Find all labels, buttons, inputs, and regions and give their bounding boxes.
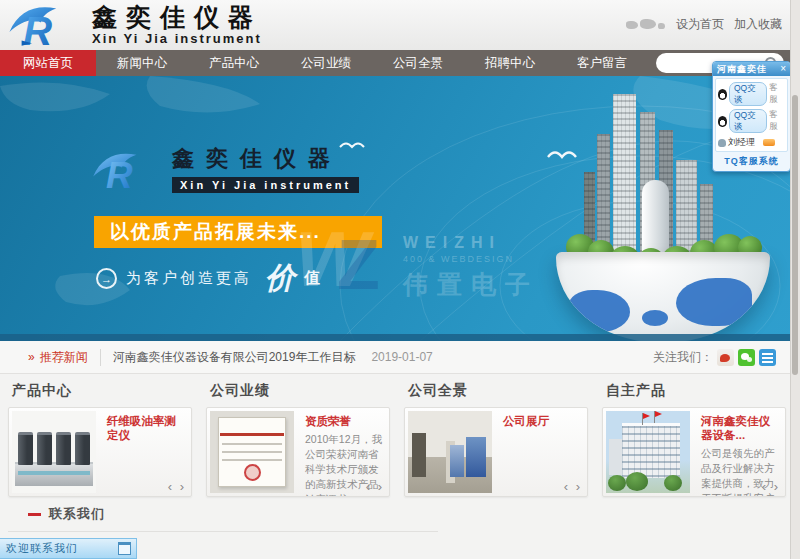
contact-heading: 联系我们 bbox=[28, 505, 438, 523]
weibo-icon[interactable] bbox=[717, 349, 734, 366]
ticker-news-date: 2019-01-07 bbox=[371, 350, 432, 364]
svg-text:R: R bbox=[106, 155, 133, 194]
next-arrow-icon[interactable]: › bbox=[576, 479, 580, 494]
person-icon bbox=[718, 139, 726, 147]
hero-slogan-banner: 以优质产品拓展未来... bbox=[94, 216, 382, 248]
site-logo: R 鑫奕佳仪器 Xin Yi Jia instrument bbox=[6, 2, 262, 48]
qq-panel-title: 河南鑫奕佳 bbox=[717, 63, 780, 76]
company-card[interactable]: 河南鑫奕佳仪器设备... 公司是领先的产品及行业解决方案提供商，致力于不断提升客… bbox=[602, 407, 786, 497]
card-title-link[interactable]: 纤维吸油率测定仪 bbox=[107, 414, 185, 442]
follow-us: 关注我们： bbox=[653, 349, 776, 366]
prev-arrow-icon[interactable]: ‹ bbox=[168, 479, 172, 494]
contact-heading-text: 联系我们 bbox=[49, 505, 105, 523]
building-photo[interactable] bbox=[606, 411, 690, 493]
tower bbox=[613, 94, 636, 262]
column-heading: 公司业绩 bbox=[210, 382, 390, 400]
continent-blob bbox=[642, 310, 668, 326]
next-arrow-icon[interactable]: › bbox=[774, 479, 778, 494]
nav-item-home[interactable]: 网站首页 bbox=[0, 50, 96, 76]
card-pager: ‹ › bbox=[164, 479, 184, 494]
main-content: 产品中心 纤维吸油率测定仪 ‹ › bbox=[0, 374, 800, 559]
card-text: 公司展厅 ‹ › bbox=[495, 408, 587, 496]
nav-item-news[interactable]: 新闻中心 bbox=[96, 50, 188, 76]
hero-subslogan-em2: 值 bbox=[304, 268, 320, 289]
chat-bottom-bar[interactable]: 欢迎联系我们 bbox=[0, 538, 137, 559]
red-dash-icon bbox=[28, 513, 41, 516]
bird-icon bbox=[546, 146, 578, 160]
hero-logo-text: 鑫奕佳仪器 Xin Yi Jia instrument bbox=[172, 147, 359, 193]
double-arrow-icon: » bbox=[28, 350, 35, 364]
wechat-icon[interactable] bbox=[738, 349, 755, 366]
hero-banner: R 鑫奕佳仪器 Xin Yi Jia instrument 以优质产品拓展未来.… bbox=[0, 76, 800, 341]
news-ticker: » 推荐新闻 河南鑫奕佳仪器设备有限公司2019年工作目标 2019-01-07… bbox=[0, 341, 800, 374]
prev-arrow-icon[interactable]: ‹ bbox=[564, 479, 568, 494]
next-arrow-icon[interactable]: › bbox=[180, 479, 184, 494]
column-achievements: 公司业绩 资质荣誉 2010年12月，我公司荣获河南省科学技术厅颁发的高新技术产… bbox=[206, 382, 390, 497]
follow-us-label: 关注我们： bbox=[653, 349, 713, 366]
card-pager: ‹ › bbox=[362, 479, 382, 494]
qq-chat-row: QQ交谈 客服 bbox=[718, 109, 785, 133]
achievement-card[interactable]: 资质荣誉 2010年12月，我公司荣获河南省科学技术厅颁发的高新技术产品认定证书… bbox=[206, 407, 390, 497]
hero-subslogan: → 为客户创造更高 价 值 bbox=[96, 258, 320, 299]
blog-list-icon[interactable] bbox=[759, 349, 776, 366]
column-products: 产品中心 纤维吸油率测定仪 ‹ › bbox=[8, 382, 192, 497]
logo-text: 鑫奕佳仪器 Xin Yi Jia instrument bbox=[92, 4, 262, 46]
column-heading: 公司全景 bbox=[408, 382, 588, 400]
showroom-photo[interactable] bbox=[408, 411, 492, 493]
add-favorite-link[interactable]: 加入收藏 bbox=[734, 16, 782, 33]
logo-title-cn: 鑫奕佳仪器 bbox=[92, 4, 262, 30]
qq-system-label[interactable]: TQ客服系统 bbox=[713, 154, 790, 171]
hero-subslogan-em1: 价 bbox=[265, 258, 295, 299]
column-heading: 自主产品 bbox=[606, 382, 786, 400]
card-title-link[interactable]: 公司展厅 bbox=[503, 414, 581, 428]
prev-arrow-icon[interactable]: ‹ bbox=[762, 479, 766, 494]
hero-logo-title-en: Xin Yi Jia instrument bbox=[172, 177, 359, 193]
qq-chat-button[interactable]: QQ交谈 bbox=[729, 82, 767, 106]
restore-window-icon[interactable] bbox=[118, 542, 131, 555]
card-pager: ‹ › bbox=[560, 479, 580, 494]
qq-service-panel: 河南鑫奕佳 × QQ交谈 客服 QQ交谈 客服 刘经理 TQ客服系统 bbox=[712, 61, 791, 172]
card-text: 河南鑫奕佳仪器设备... 公司是领先的产品及行业解决方案提供商，致力于不断提升客… bbox=[693, 408, 785, 496]
ticker-label: 推荐新闻 bbox=[40, 349, 101, 366]
nav-item-achievements[interactable]: 公司业绩 bbox=[280, 50, 372, 76]
logo-title-en: Xin Yi Jia instrument bbox=[92, 31, 262, 46]
scrollbar-thumb[interactable] bbox=[792, 95, 798, 375]
qq-chat-button[interactable]: QQ交谈 bbox=[729, 109, 767, 133]
chat-bar-text: 欢迎联系我们 bbox=[0, 541, 118, 556]
qq-penguin-icon bbox=[718, 116, 727, 127]
nav-item-recruit[interactable]: 招聘中心 bbox=[464, 50, 556, 76]
hero-logo-r-icon: R bbox=[90, 146, 162, 194]
ticker-news-link[interactable]: 河南鑫奕佳仪器设备有限公司2019年工作目标 bbox=[113, 349, 356, 366]
status-badge bbox=[763, 139, 775, 146]
site-header: R 鑫奕佳仪器 Xin Yi Jia instrument 设为首页 加入收藏 bbox=[0, 0, 800, 50]
card-text: 纤维吸油率测定仪 ‹ › bbox=[99, 408, 191, 496]
product-photo[interactable] bbox=[12, 411, 96, 493]
column-own-products: 自主产品 河南鑫奕佳仪器设备... bbox=[602, 382, 786, 497]
qq-penguin-icon bbox=[718, 89, 727, 100]
prev-arrow-icon[interactable]: ‹ bbox=[366, 479, 370, 494]
set-home-link[interactable]: 设为首页 bbox=[676, 16, 724, 33]
nav-item-panorama[interactable]: 公司全景 bbox=[372, 50, 464, 76]
card-title-link[interactable]: 河南鑫奕佳仪器设备... bbox=[701, 414, 779, 442]
hero-subslogan-text: 为客户创造更高 bbox=[126, 269, 252, 288]
qq-chat-row: QQ交谈 客服 bbox=[718, 82, 785, 106]
nav-item-products[interactable]: 产品中心 bbox=[188, 50, 280, 76]
world-map-icon bbox=[626, 17, 666, 33]
certificate-photo[interactable] bbox=[210, 411, 294, 493]
close-icon[interactable]: × bbox=[780, 64, 786, 74]
qq-panel-body: QQ交谈 客服 QQ交谈 客服 刘经理 bbox=[715, 78, 788, 152]
product-card[interactable]: 纤维吸油率测定仪 ‹ › bbox=[8, 407, 192, 497]
qq-manager-row: 刘经理 bbox=[718, 136, 785, 149]
column-heading: 产品中心 bbox=[12, 382, 192, 400]
scrollbar[interactable] bbox=[790, 0, 800, 559]
qq-panel-header: 河南鑫奕佳 × bbox=[713, 62, 790, 76]
card-text: 资质荣誉 2010年12月，我公司荣获河南省科学技术厅颁发的高新技术产品认定证书… bbox=[297, 408, 389, 496]
card-title-link[interactable]: 资质荣誉 bbox=[305, 414, 383, 428]
divider bbox=[8, 531, 438, 532]
header-links: 设为首页 加入收藏 bbox=[626, 16, 782, 33]
nav-item-message[interactable]: 客户留言 bbox=[556, 50, 648, 76]
logo-r-icon: R bbox=[6, 2, 84, 48]
next-arrow-icon[interactable]: › bbox=[378, 479, 382, 494]
panorama-card[interactable]: 公司展厅 ‹ › bbox=[404, 407, 588, 497]
page: R 鑫奕佳仪器 Xin Yi Jia instrument 设为首页 加入收藏 … bbox=[0, 0, 800, 559]
